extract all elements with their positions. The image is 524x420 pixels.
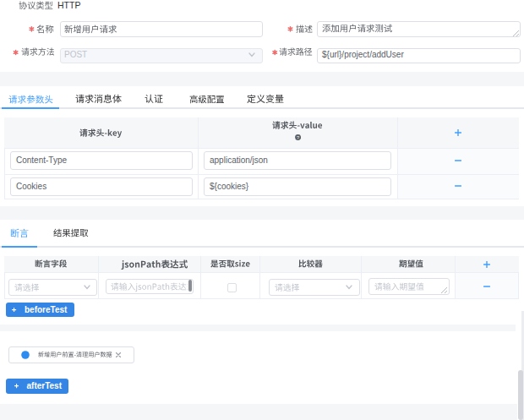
svg-text:?: ? (297, 135, 299, 140)
